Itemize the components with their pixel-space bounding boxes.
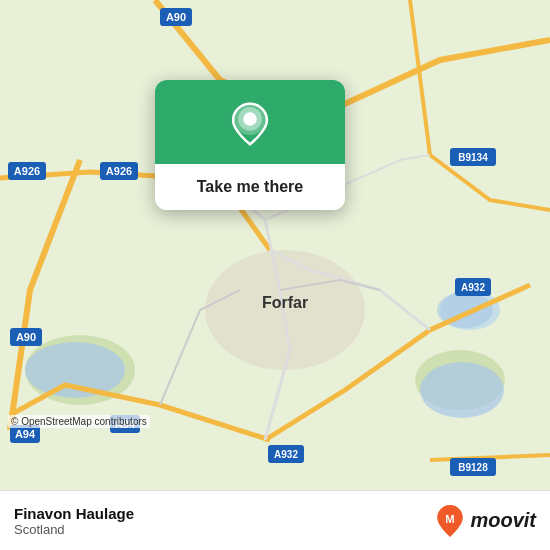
location-subtitle: Scotland [14, 522, 134, 537]
svg-text:B9134: B9134 [458, 152, 488, 163]
location-title: Finavon Haulage [14, 505, 134, 522]
svg-text:Forfar: Forfar [262, 294, 308, 311]
map-container: A90 A90 A926 A926 B9134 A94 A94 A932 [0, 0, 550, 490]
svg-text:M: M [446, 513, 455, 525]
moovit-icon: M [434, 505, 466, 537]
bottom-bar: Finavon Haulage Scotland M moovit [0, 490, 550, 550]
svg-text:B9128: B9128 [458, 462, 488, 473]
svg-text:A926: A926 [14, 165, 40, 177]
moovit-text: moovit [470, 509, 536, 532]
svg-text:A94: A94 [15, 428, 36, 440]
svg-point-32 [243, 112, 257, 126]
moovit-logo: M moovit [434, 505, 536, 537]
svg-point-6 [420, 362, 504, 418]
svg-text:A90: A90 [166, 11, 186, 23]
take-me-there-button[interactable]: Take me there [155, 164, 345, 210]
svg-text:A932: A932 [274, 449, 298, 460]
location-pin-icon [228, 102, 272, 146]
osm-credit: © OpenStreetMap contributors [8, 415, 150, 428]
svg-text:A90: A90 [16, 331, 36, 343]
location-info: Finavon Haulage Scotland [14, 505, 134, 537]
svg-text:A932: A932 [461, 282, 485, 293]
popup-card: Take me there [155, 80, 345, 210]
svg-text:A926: A926 [106, 165, 132, 177]
popup-green-header [155, 80, 345, 164]
